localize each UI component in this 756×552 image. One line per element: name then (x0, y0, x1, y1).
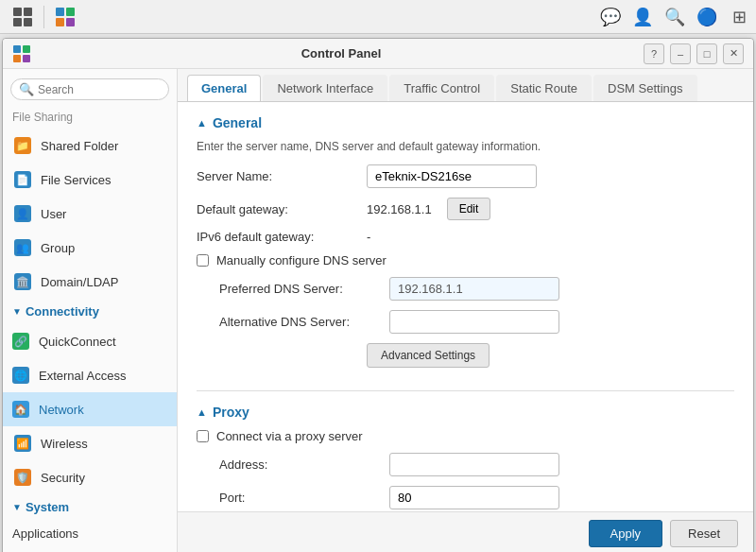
sidebar-item-external-access[interactable]: 🌐 External Access (3, 358, 177, 392)
connect-proxy-checkbox[interactable] (197, 430, 209, 442)
general-section-header[interactable]: ▲ General (197, 115, 734, 130)
sidebar: 🔍 File Sharing 📁 Shared Folder 📄 File Se… (3, 69, 178, 552)
proxy-port-input[interactable] (389, 486, 559, 509)
domain-icon: 🏛️ (12, 271, 33, 292)
sidebar-item-quickconnect[interactable]: 🔗 QuickConnect (3, 324, 177, 358)
sidebar-label-network: Network (39, 403, 84, 417)
sidebar-item-group[interactable]: 👥 Group (3, 231, 177, 265)
svg-rect-3 (66, 18, 75, 26)
connectivity-label: Connectivity (26, 304, 99, 319)
wireless-icon: 📶 (12, 433, 33, 454)
shared-folder-icon: 📁 (12, 135, 33, 156)
proxy-port-label: Port: (219, 491, 389, 505)
sidebar-label-domain-ldap: Domain/LDAP (41, 275, 118, 289)
windows-icon[interactable]: ⊞ (728, 6, 750, 28)
maximize-button[interactable]: □ (696, 43, 717, 64)
sidebar-label-applications: Applications (12, 526, 78, 541)
chat-icon[interactable]: 💬 (599, 6, 622, 28)
sidebar-item-file-services[interactable]: 📄 File Services (3, 163, 177, 197)
external-access-icon: 🌐 (10, 365, 31, 386)
system-arrow: ▼ (12, 502, 22, 512)
edit-gateway-button[interactable]: Edit (447, 198, 491, 220)
proxy-chevron: ▲ (197, 406, 207, 418)
manually-dns-row: Manually configure DNS server (197, 253, 734, 267)
search-input[interactable] (38, 83, 161, 96)
connectivity-arrow: ▼ (12, 306, 22, 317)
tab-static-route[interactable]: Static Route (496, 75, 592, 101)
connectivity-section-header[interactable]: ▼ Connectivity (3, 299, 177, 324)
sidebar-item-wireless[interactable]: 📶 Wireless (3, 426, 177, 460)
sidebar-label-quickconnect: QuickConnect (39, 335, 116, 349)
content-area: ▲ General Enter the server name, DNS ser… (178, 102, 753, 511)
general-section-title: General (213, 115, 262, 130)
system-label: System (26, 500, 69, 514)
default-gateway-value: 192.168.1.1 (367, 202, 432, 216)
tabs-bar: General Network Interface Traffic Contro… (178, 69, 753, 102)
connect-proxy-row: Connect via a proxy server (197, 429, 734, 443)
alternative-dns-row: Alternative DNS Server: (197, 310, 734, 334)
window-controls: ? – □ ✕ (644, 43, 744, 64)
sidebar-item-network[interactable]: 🏠 Network (3, 392, 177, 426)
taskbar: 💬 👤 🔍 🔵 ⊞ (0, 0, 756, 34)
svg-rect-0 (56, 8, 64, 16)
search-icon: 🔍 (19, 82, 34, 96)
sidebar-label-wireless: Wireless (41, 437, 88, 451)
sidebar-label-security: Security (41, 471, 85, 485)
manually-dns-checkbox[interactable] (197, 254, 209, 267)
sidebar-item-security[interactable]: 🛡️ Security (3, 460, 177, 494)
tab-dsm-settings[interactable]: DSM Settings (593, 75, 696, 101)
sidebar-item-user[interactable]: 👤 User (3, 197, 177, 231)
general-chevron: ▲ (197, 117, 207, 129)
sidebar-search-container[interactable]: 🔍 (10, 78, 169, 100)
minimize-button[interactable]: – (670, 43, 691, 64)
search-icon[interactable]: 🔍 (663, 6, 686, 28)
svg-rect-6 (13, 55, 21, 62)
control-panel-window: Control Panel ? – □ ✕ 🔍 File Sharing 📁 S… (2, 38, 754, 552)
proxy-address-input[interactable] (389, 453, 559, 476)
ipv6-gateway-label: IPv6 default gateway: (197, 230, 367, 244)
server-name-input[interactable] (367, 164, 537, 188)
alternative-dns-input[interactable] (389, 310, 559, 334)
proxy-section-header[interactable]: ▲ Proxy (197, 405, 734, 420)
user-icon[interactable]: 👤 (631, 6, 654, 28)
general-section-description: Enter the server name, DNS server and de… (197, 140, 734, 153)
ipv6-gateway-value: - (367, 230, 370, 244)
preferred-dns-row: Preferred DNS Server: (197, 277, 734, 301)
sidebar-item-shared-folder[interactable]: 📁 Shared Folder (3, 129, 177, 163)
sidebar-item-applications[interactable]: Applications (3, 520, 177, 547)
system-section-header[interactable]: ▼ System (3, 494, 177, 520)
sidebar-label-user: User (41, 207, 66, 221)
control-panel-taskbar-icon[interactable] (48, 0, 82, 34)
window-title: Control Panel (39, 46, 644, 60)
preferred-dns-label: Preferred DNS Server: (219, 282, 389, 296)
close-button[interactable]: ✕ (723, 43, 744, 64)
content-inner: ▲ General Enter the server name, DNS ser… (178, 102, 753, 511)
svg-rect-2 (56, 18, 64, 26)
apply-button[interactable]: Apply (589, 520, 663, 547)
default-gateway-label: Default gateway: (197, 202, 367, 216)
svg-rect-4 (13, 45, 21, 53)
window-icon (12, 44, 31, 63)
help-button[interactable]: ? (644, 43, 664, 64)
tab-network-interface[interactable]: Network Interface (263, 75, 387, 101)
proxy-address-row: Address: (197, 453, 734, 476)
tab-general[interactable]: General (187, 75, 261, 101)
synology-icon[interactable]: 🔵 (696, 6, 718, 28)
tab-traffic-control[interactable]: Traffic Control (389, 75, 494, 101)
sidebar-label-external-access: External Access (39, 369, 127, 383)
reset-button[interactable]: Reset (670, 520, 738, 547)
svg-rect-7 (23, 55, 30, 62)
sidebar-item-domain-ldap[interactable]: 🏛️ Domain/LDAP (3, 265, 177, 299)
main-content: General Network Interface Traffic Contro… (178, 69, 753, 552)
preferred-dns-input[interactable] (389, 277, 559, 301)
user-icon: 👤 (12, 203, 33, 224)
taskbar-right: 💬 👤 🔍 🔵 ⊞ (599, 6, 750, 28)
sidebar-label-group: Group (41, 241, 75, 255)
general-advanced-settings-button[interactable]: Advanced Settings (367, 343, 490, 368)
section-divider (197, 390, 734, 391)
sidebar-label-file-services: File Services (41, 173, 111, 187)
app-grid-button[interactable] (6, 0, 40, 34)
quickconnect-icon: 🔗 (10, 331, 31, 352)
taskbar-separator (43, 6, 44, 28)
server-name-row: Server Name: (197, 164, 734, 188)
